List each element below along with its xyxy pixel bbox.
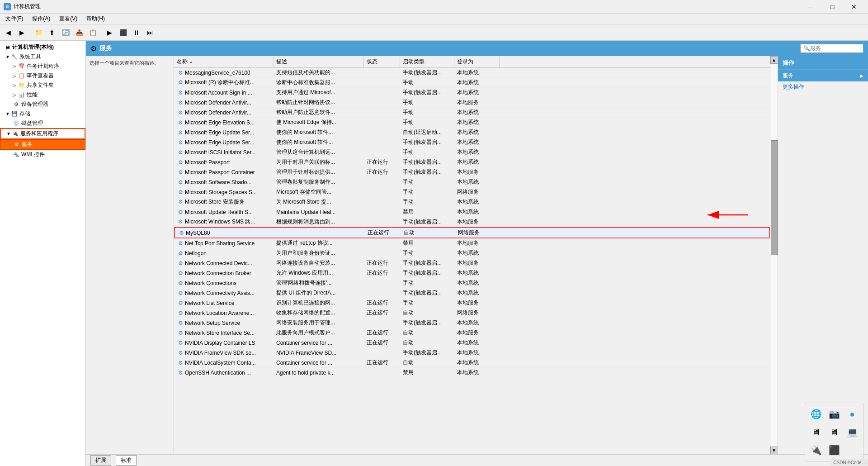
- service-startup-cell: 手动: [400, 147, 454, 157]
- menu-help[interactable]: 帮助(H): [83, 14, 108, 24]
- br-icon-laptop[interactable]: 💻: [844, 424, 860, 440]
- scroll-thumb[interactable]: [771, 140, 778, 255]
- br-icon-circle[interactable]: ●: [844, 406, 860, 422]
- col-header-desc[interactable]: 描述: [274, 56, 364, 67]
- service-desc-cell: [274, 232, 365, 234]
- sidebar-item-wmi[interactable]: 🔩 WMI 控件: [0, 150, 85, 159]
- more-actions-item[interactable]: 更多操作: [778, 81, 868, 93]
- service-row[interactable]: ⚙OpenSSH Authentication ... Agent to hol…: [174, 368, 770, 378]
- sidebar-item-performance[interactable]: ▷ 📊 性能: [0, 90, 85, 100]
- service-desc-cell: 管理'网络和拨号连接'...: [274, 278, 364, 288]
- service-row[interactable]: ⚙Microsoft Defender Antivir... 帮助用户防止恶意软…: [174, 108, 770, 118]
- br-icon-monitor[interactable]: 🖥: [808, 424, 824, 440]
- back-button[interactable]: ◀: [2, 26, 14, 39]
- tab-standard[interactable]: 标准: [116, 455, 137, 466]
- title-bar-controls: ─ □ ✕: [800, 0, 864, 14]
- system-tools-icon: 🔧: [11, 53, 18, 61]
- refresh-button[interactable]: 🔄: [59, 26, 72, 39]
- service-row[interactable]: ⚙Microsoft Windows SMS 路... 根据规则将消息路由到..…: [174, 217, 770, 227]
- scroll-down[interactable]: ▼: [770, 447, 778, 454]
- sidebar-item-shared-folders[interactable]: ▷ 📁 共享文件夹: [0, 81, 85, 90]
- service-row[interactable]: ⚙NVIDIA FrameView SDK se... NVIDIA Frame…: [174, 348, 770, 358]
- col-header-status[interactable]: 状态: [364, 56, 400, 67]
- br-icon-camera[interactable]: 📷: [826, 406, 842, 422]
- service-row[interactable]: ⚙Network Location Awarene... 收集和存储网络的配置.…: [174, 308, 770, 318]
- menu-action[interactable]: 操作(A): [28, 14, 54, 24]
- service-row[interactable]: ⚙Microsoft Edge Elevation S... 使 Microso…: [174, 118, 770, 128]
- service-rows-scroll[interactable]: ⚙MessagingService_e76100 支持短信及相关功能的... 手…: [174, 68, 770, 454]
- forward-button[interactable]: ▶: [15, 26, 28, 39]
- service-name-cell: ⚙Microsoft Store 安装服务: [174, 197, 274, 207]
- sidebar-item-task-scheduler[interactable]: ▷ 📅 任务计划程序: [0, 62, 85, 71]
- scrollbar[interactable]: ▲ ▼: [770, 56, 778, 454]
- stop-button[interactable]: ⬛: [117, 26, 129, 39]
- up-button[interactable]: ⬆: [46, 26, 58, 39]
- service-row[interactable]: ⚙Network Connectivity Assis... 提供 UI 组件的…: [174, 288, 770, 298]
- col-header-startup[interactable]: 启动类型: [400, 56, 454, 67]
- service-name-cell: ⚙Network Connectivity Assis...: [174, 289, 274, 298]
- service-row[interactable]: ⚙Network Connected Devic... 网络连接设备自动安装..…: [174, 258, 770, 268]
- pause-button[interactable]: ⏸: [130, 26, 143, 39]
- service-row[interactable]: ⚙MessagingService_e76100 支持短信及相关功能的... 手…: [174, 68, 770, 78]
- close-button[interactable]: ✕: [844, 0, 864, 14]
- sidebar-item-system-tools[interactable]: ▼ 🔧 系统工具: [0, 52, 85, 62]
- service-row[interactable]: ⚙Net.Tcp Port Sharing Service 提供通过 net.t…: [174, 238, 770, 248]
- minimize-button[interactable]: ─: [800, 0, 821, 14]
- service-row[interactable]: ⚙Microsoft Defender Antivir... 帮助防止针对网络协…: [174, 98, 770, 108]
- service-row-icon: ⚙: [177, 69, 184, 76]
- scroll-track[interactable]: [770, 64, 778, 447]
- sidebar-item-root[interactable]: 🖥 计算机管理(本地): [0, 43, 85, 52]
- service-row[interactable]: ⚙Microsoft Edge Update Ser... 使你的 Micros…: [174, 128, 770, 138]
- service-row[interactable]: ⚙Network Connection Broker 允许 Windows 应用…: [174, 268, 770, 278]
- service-row[interactable]: ⚙MySQL80 正在运行 自动 网络服务: [174, 227, 770, 238]
- service-row[interactable]: ⚙Microsoft Software Shado... 管理卷影复制服务制作.…: [174, 177, 770, 187]
- sidebar-item-disk-manager[interactable]: 💿 磁盘管理: [0, 119, 85, 128]
- search-input[interactable]: [810, 45, 860, 52]
- service-status-cell: [364, 252, 400, 254]
- service-row[interactable]: ⚙Microsoft Storage Spaces S... Microsoft…: [174, 187, 770, 197]
- br-icon-square[interactable]: ⬛: [826, 442, 842, 458]
- service-row[interactable]: ⚙Microsoft Passport 为用于对用户关联的标... 正在运行 手…: [174, 157, 770, 167]
- sidebar-item-event-viewer[interactable]: ▷ 📋 事件查看器: [0, 71, 85, 81]
- service-name-cell: ⚙Network Location Awarene...: [174, 309, 274, 318]
- service-row[interactable]: ⚙NVIDIA LocalSystem Conta... Container s…: [174, 358, 770, 368]
- service-row[interactable]: ⚙Microsoft iSCSI Initiator Ser... 管理从这台计…: [174, 147, 770, 157]
- service-row[interactable]: ⚙Netlogon 为用户和服务身份验证... 手动 本地系统: [174, 248, 770, 258]
- service-row[interactable]: ⚙Microsoft Passport Container 管理用于针对标识提供…: [174, 167, 770, 177]
- service-row[interactable]: ⚙Network List Service 识别计算机已连接的网... 正在运行…: [174, 298, 770, 308]
- menu-file[interactable]: 文件(F): [2, 14, 27, 24]
- start-button[interactable]: ▶: [103, 26, 116, 39]
- service-row[interactable]: ⚙Network Setup Service 网络安装服务用于管理... 手动(…: [174, 318, 770, 328]
- sidebar-item-services-apps[interactable]: ▼ 🔌 服务和应用程序: [0, 128, 85, 139]
- col-header-login[interactable]: 登录为: [454, 56, 500, 67]
- tab-expand[interactable]: 扩展: [90, 455, 111, 466]
- sidebar-item-storage[interactable]: ▼ 💾 存储: [0, 109, 85, 119]
- sidebar-item-services[interactable]: ⚙ 服务: [0, 139, 85, 150]
- service-startup-cell: 手动(触发器启...: [400, 268, 454, 278]
- menu-view[interactable]: 查看(V): [56, 14, 81, 24]
- export-button[interactable]: 📤: [73, 26, 85, 39]
- service-row[interactable]: ⚙Microsoft (R) 诊断中心标准... 诊断中心标准收集器服... 手…: [174, 78, 770, 88]
- service-row[interactable]: ⚙NVIDIA Display Container LS Container s…: [174, 338, 770, 348]
- resume-button[interactable]: ⏭: [144, 26, 156, 39]
- services-header-icon: ⚙: [90, 44, 97, 53]
- service-row[interactable]: ⚙Microsoft Edge Update Ser... 使你的 Micros…: [174, 138, 770, 147]
- service-row[interactable]: ⚙Microsoft Account Sign-in ... 支持用户通过 Mi…: [174, 88, 770, 98]
- br-icon-display[interactable]: 🖥: [826, 424, 842, 440]
- br-icon-globe[interactable]: 🌐: [808, 406, 824, 422]
- service-row[interactable]: ⚙Network Store Interface Se... 此服务向用户模式客…: [174, 328, 770, 338]
- service-row-icon: ⚙: [177, 280, 184, 287]
- service-row[interactable]: ⚙Network Connections 管理'网络和拨号连接'... 手动 本…: [174, 278, 770, 288]
- sidebar-item-device-manager[interactable]: ⚙ 设备管理器: [0, 100, 85, 109]
- service-row[interactable]: ⚙Microsoft Store 安装服务 为 Microsoft Store …: [174, 197, 770, 207]
- service-name-cell: ⚙Microsoft Update Health S...: [174, 208, 274, 217]
- expand-arrow: ▷: [13, 83, 18, 88]
- maximize-button[interactable]: □: [822, 0, 843, 14]
- properties-button[interactable]: 📋: [86, 26, 99, 39]
- show-hide-button[interactable]: 📁: [32, 26, 45, 39]
- br-icon-plug[interactable]: 🔌: [808, 442, 824, 458]
- service-desc-cell: 允许 Windows 应用用...: [274, 268, 364, 278]
- scroll-up[interactable]: ▲: [770, 56, 778, 64]
- col-header-name[interactable]: 名称 ▲: [174, 56, 274, 67]
- service-row[interactable]: ⚙Microsoft Update Health S... Maintains …: [174, 207, 770, 217]
